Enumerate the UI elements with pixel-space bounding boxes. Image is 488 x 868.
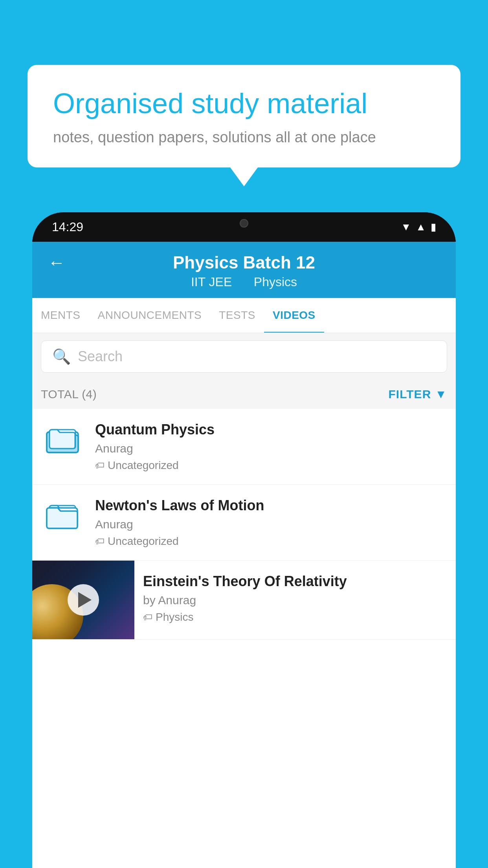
item-tag: 🏷 Uncategorized [95,535,447,548]
item-title: Einstein's Theory Of Relativity [143,573,447,590]
video-list: Quantum Physics Anurag 🏷 Uncategorized [32,409,456,640]
tab-tests[interactable]: TESTS [210,298,264,333]
speech-bubble: Organised study material notes, question… [28,65,460,167]
filter-button[interactable]: FILTER ▼ [389,388,447,401]
tag-label: Uncategorized [108,459,179,472]
phone-notch [211,212,277,234]
batch-title: Physics Batch 12 [173,253,315,272]
folder-icon [45,423,80,455]
signal-icon: ▲ [416,221,426,233]
list-item[interactable]: Quantum Physics Anurag 🏷 Uncategorized [32,409,456,485]
play-icon [78,592,92,608]
speech-bubble-container: Organised study material notes, question… [28,65,460,167]
phone-status-icons: ▼ ▲ ▮ [401,221,436,233]
item-title: Newton's Laws of Motion [95,497,447,514]
app-header: ← Physics Batch 12 IIT JEE Physics [32,242,456,298]
tag-label: Physics [156,611,193,623]
filter-label: FILTER [389,388,431,401]
total-count: TOTAL (4) [41,388,97,401]
tag-icon: 🏷 [95,536,105,547]
tab-videos[interactable]: VIDEOS [264,298,324,333]
subtitle-part2: Physics [254,275,297,289]
tab-ments[interactable]: MENTS [32,298,89,333]
item-tag: 🏷 Uncategorized [95,459,447,472]
speech-bubble-title: Organised study material [53,86,435,120]
item-author: Anurag [95,518,447,531]
back-button[interactable]: ← [48,253,65,272]
item-title: Quantum Physics [95,421,447,438]
play-button[interactable] [68,584,99,616]
tabs-container: MENTS ANNOUNCEMENTS TESTS VIDEOS [32,298,456,333]
search-container: 🔍 Search [32,333,456,380]
folder-icon [45,499,80,531]
item-tag: 🏷 Physics [143,611,447,623]
video-thumbnail [32,561,134,639]
filter-icon: ▼ [435,388,447,401]
tag-icon: 🏷 [143,612,152,623]
item-info: Newton's Laws of Motion Anurag 🏷 Uncateg… [95,497,447,548]
item-author: Anurag [95,442,447,455]
search-icon: 🔍 [52,348,71,365]
tag-icon: 🏷 [95,460,105,471]
search-bar[interactable]: 🔍 Search [41,340,447,373]
battery-icon: ▮ [431,221,436,233]
header-subtitle: IIT JEE Physics [187,275,301,289]
header-row: ← Physics Batch 12 [48,253,440,272]
filter-bar: TOTAL (4) FILTER ▼ [32,380,456,409]
item-info: Einstein's Theory Of Relativity by Anura… [134,561,456,636]
phone-screen: ← Physics Batch 12 IIT JEE Physics MENTS… [32,242,456,868]
phone-time: 14:29 [52,220,83,234]
speech-bubble-subtitle: notes, question papers, solutions all at… [53,129,435,146]
status-bar: 14:29 ▼ ▲ ▮ [32,212,456,242]
list-item[interactable]: Einstein's Theory Of Relativity by Anura… [32,561,456,640]
subtitle-part1: IIT JEE [191,275,232,289]
item-info: Quantum Physics Anurag 🏷 Uncategorized [95,421,447,472]
tab-announcements[interactable]: ANNOUNCEMENTS [89,298,211,333]
phone-camera [240,219,248,228]
search-placeholder: Search [78,348,123,365]
tag-label: Uncategorized [108,535,179,548]
wifi-icon: ▼ [401,221,411,233]
item-thumbnail [41,497,84,533]
list-item[interactable]: Newton's Laws of Motion Anurag 🏷 Uncateg… [32,485,456,561]
phone-frame: 14:29 ▼ ▲ ▮ ← Physics Batch 12 IIT JEE P… [32,212,456,868]
item-thumbnail [41,421,84,457]
item-author: by Anurag [143,594,447,607]
